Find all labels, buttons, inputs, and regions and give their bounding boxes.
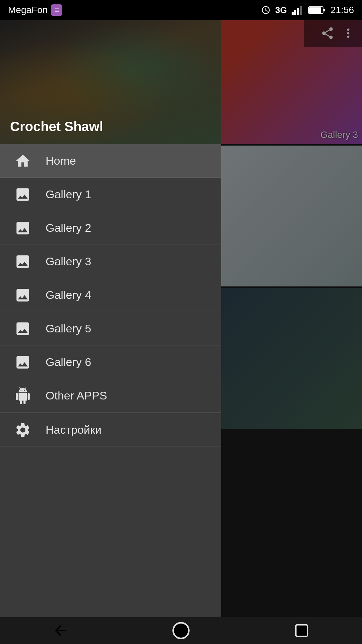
drawer-header-title: Crochet Shawl [10, 119, 103, 134]
gallery2-icon [12, 217, 34, 239]
drawer-item-settings-label: Настройки [46, 423, 102, 436]
android-icon [12, 385, 34, 407]
recents-button[interactable] [288, 621, 315, 641]
drawer-item-gallery5[interactable]: Gallery 5 [0, 312, 221, 345]
carrier-name: MegaFon [8, 5, 48, 15]
svg-rect-0 [292, 12, 294, 15]
settings-icon [12, 419, 34, 441]
gallery5-icon [12, 318, 34, 339]
gallery6-icon [12, 352, 34, 373]
alarm-icon [261, 5, 270, 15]
status-bar: MegaFon 3G 21:56 [0, 0, 362, 20]
svg-rect-6 [309, 7, 321, 13]
drawer-item-other-apps-label: Other APPS [46, 389, 107, 402]
drawer-item-home-label: Home [46, 154, 76, 167]
drawer-items-list: Home Gallery 1 Gallery 2 Gallery 3 [0, 144, 221, 617]
carrier-icon [51, 4, 62, 16]
svg-rect-5 [323, 9, 325, 11]
home-button[interactable] [168, 621, 194, 641]
battery-icon [308, 5, 326, 15]
drawer-item-gallery3-label: Gallery 3 [46, 255, 91, 268]
drawer-item-gallery3[interactable]: Gallery 3 [0, 245, 221, 278]
drawer-item-gallery4-label: Gallery 4 [46, 288, 91, 302]
drawer-item-other-apps[interactable]: Other APPS [0, 379, 221, 413]
home-icon [12, 150, 34, 172]
drawer-item-gallery6-label: Gallery 6 [46, 356, 91, 369]
drawer-item-gallery2[interactable]: Gallery 2 [0, 211, 221, 245]
carrier-info: MegaFon [8, 4, 62, 16]
back-button[interactable] [47, 621, 74, 641]
drawer-item-gallery4[interactable]: Gallery 4 [0, 278, 221, 312]
drawer-item-gallery2-label: Gallery 2 [46, 221, 91, 234]
signal-icon [292, 5, 304, 15]
navigation-drawer: Crochet Shawl Home Gallery 1 Gallery 2 [0, 20, 221, 617]
clock: 21:56 [330, 5, 354, 15]
gallery3-icon [12, 251, 34, 272]
drawer-header: Crochet Shawl [0, 20, 221, 144]
bottom-nav [0, 617, 362, 644]
drawer-item-settings[interactable]: Настройки [0, 413, 221, 447]
network-type: 3G [275, 5, 287, 15]
svg-rect-8 [296, 625, 308, 637]
drawer-item-gallery1-label: Gallery 1 [46, 188, 91, 201]
drawer-item-gallery6[interactable]: Gallery 6 [0, 345, 221, 379]
gallery4-icon [12, 284, 34, 306]
svg-rect-3 [300, 6, 302, 15]
status-icons: 3G 21:56 [261, 5, 354, 15]
drawer-item-gallery1[interactable]: Gallery 1 [0, 178, 221, 211]
svg-rect-2 [297, 8, 299, 15]
drawer-item-gallery5-label: Gallery 5 [46, 322, 91, 335]
drawer-item-home[interactable]: Home [0, 144, 221, 178]
svg-rect-1 [294, 10, 296, 15]
gallery1-icon [12, 184, 34, 205]
svg-point-7 [173, 623, 189, 639]
